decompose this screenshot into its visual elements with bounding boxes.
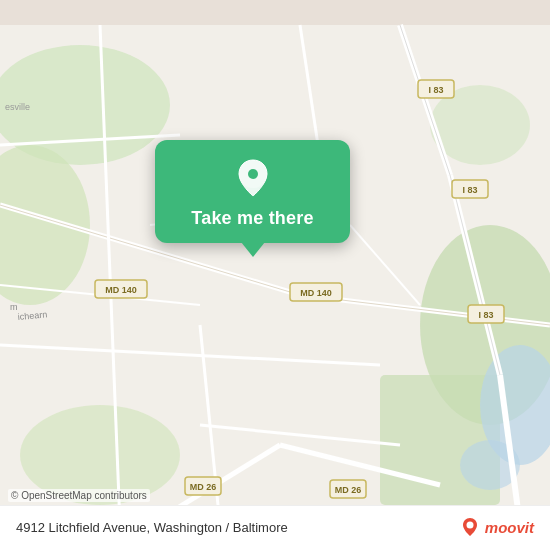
svg-text:m: m — [10, 302, 18, 312]
moovit-logo: moovit — [459, 516, 534, 538]
svg-text:esville: esville — [5, 102, 30, 112]
svg-text:MD 140: MD 140 — [300, 288, 332, 298]
bottom-bar: 4912 Litchfield Avenue, Washington / Bal… — [0, 505, 550, 550]
svg-point-47 — [248, 169, 258, 179]
moovit-brand-text: moovit — [485, 519, 534, 536]
take-me-there-popup[interactable]: Take me there — [155, 140, 350, 243]
svg-text:I 83: I 83 — [462, 185, 477, 195]
popup-take-me-there-label: Take me there — [191, 208, 313, 229]
svg-text:I 83: I 83 — [478, 310, 493, 320]
map-container: MD 140 MD 140 I 83 I 83 I 83 MD 26 MD 26… — [0, 0, 550, 550]
moovit-pin-icon — [459, 516, 481, 538]
svg-point-48 — [466, 522, 473, 529]
svg-text:MD 26: MD 26 — [190, 482, 217, 492]
svg-text:MD 26: MD 26 — [335, 485, 362, 495]
svg-text:MD 140: MD 140 — [105, 285, 137, 295]
map-background: MD 140 MD 140 I 83 I 83 I 83 MD 26 MD 26… — [0, 0, 550, 550]
address-label: 4912 Litchfield Avenue, Washington / Bal… — [16, 520, 288, 535]
map-attribution: © OpenStreetMap contributors — [8, 489, 150, 502]
svg-text:I 83: I 83 — [428, 85, 443, 95]
location-pin-icon — [231, 156, 275, 200]
